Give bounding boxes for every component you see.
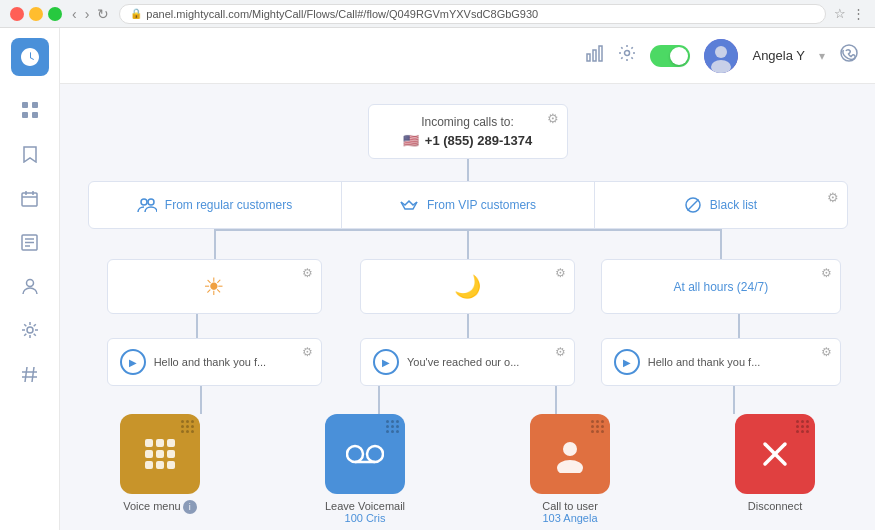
- svg-point-12: [26, 279, 33, 286]
- time-node-left-gear[interactable]: ⚙: [302, 266, 313, 280]
- svg-rect-4: [22, 193, 37, 206]
- audio-center-gear[interactable]: ⚙: [555, 345, 566, 359]
- moon-icon: 🌙: [454, 274, 481, 300]
- audio-center-text: You've reached our o...: [407, 356, 519, 368]
- browser-chrome: ‹ › ↻ 🔒 panel.mightycall.com/MightyCall/…: [0, 0, 875, 28]
- call-user-tile[interactable]: [530, 414, 610, 494]
- sidebar-item-contacts[interactable]: [12, 224, 48, 260]
- window-minimize[interactable]: [29, 7, 43, 21]
- disconnect-tile[interactable]: [735, 414, 815, 494]
- incoming-calls-node: ⚙ Incoming calls to: 🇺🇸 +1 (855) 289-137…: [368, 104, 568, 159]
- audio-right-text: Hello and thank you f...: [648, 356, 761, 368]
- audio-node-left: ⚙ ▶ Hello and thank you f...: [107, 338, 322, 386]
- voice-menu-label: Voice menui: [123, 500, 196, 514]
- category-bar: ⚙ From regular customers From VIP custom…: [88, 181, 848, 229]
- incoming-gear[interactable]: ⚙: [547, 111, 559, 126]
- tile-dots-3: [591, 420, 604, 433]
- action-voice-menu: Voice menui: [120, 414, 200, 524]
- sidebar-item-bookmarks[interactable]: [12, 136, 48, 172]
- voice-menu-icon: [145, 439, 175, 469]
- call-user-sublabel: 103 Angela: [543, 512, 598, 524]
- svg-point-30: [347, 446, 363, 462]
- window-close[interactable]: [10, 7, 24, 21]
- svg-point-23: [715, 46, 727, 58]
- svg-point-13: [27, 327, 33, 333]
- play-right[interactable]: ▶: [614, 349, 640, 375]
- time-node-center-gear[interactable]: ⚙: [555, 266, 566, 280]
- lock-icon: 🔒: [130, 8, 142, 19]
- sidebar-item-integrations[interactable]: [12, 312, 48, 348]
- svg-point-21: [625, 51, 630, 56]
- settings-icon[interactable]: [618, 44, 636, 67]
- audio-left-gear[interactable]: ⚙: [302, 345, 313, 359]
- audio-row: ⚙ ▶ Hello and thank you f... ⚙ ▶ You've …: [88, 338, 848, 386]
- time-node-left: ⚙ ☀: [107, 259, 322, 314]
- stats-icon[interactable]: [586, 44, 604, 67]
- sidebar-item-dashboard[interactable]: [12, 92, 48, 128]
- voicemail-tile[interactable]: [325, 414, 405, 494]
- category-gear[interactable]: ⚙: [827, 190, 839, 205]
- sidebar: [0, 28, 60, 530]
- tile-dots-2: [386, 420, 399, 433]
- svg-rect-18: [587, 54, 590, 61]
- back-button[interactable]: ‹: [70, 6, 79, 22]
- address-bar[interactable]: 🔒 panel.mightycall.com/MightyCall/Flows/…: [119, 4, 826, 24]
- svg-rect-19: [593, 50, 596, 61]
- cat-vip: From VIP customers: [342, 182, 595, 228]
- tile-dots-4: [796, 420, 809, 433]
- reload-button[interactable]: ↻: [95, 6, 111, 22]
- cat-blacklist-label: Black list: [710, 198, 757, 212]
- tile-dots: [181, 420, 194, 433]
- blacklist-icon: [684, 196, 702, 214]
- voice-menu-tile[interactable]: [120, 414, 200, 494]
- menu-icon[interactable]: ⋮: [852, 6, 865, 21]
- active-toggle[interactable]: [650, 45, 690, 67]
- phone-icon[interactable]: [839, 43, 859, 68]
- svg-line-29: [687, 200, 698, 211]
- chevron-icon[interactable]: ▾: [819, 49, 825, 63]
- flag-icon: 🇺🇸: [403, 133, 419, 148]
- cat-vip-label: From VIP customers: [427, 198, 536, 212]
- incoming-title: Incoming calls to:: [389, 115, 547, 129]
- app-logo[interactable]: [11, 38, 49, 76]
- sidebar-item-hashtag[interactable]: [12, 356, 48, 392]
- audio-node-right: ⚙ ▶ Hello and thank you f...: [601, 338, 841, 386]
- svg-point-33: [563, 442, 577, 456]
- regular-customers-icon: [137, 197, 157, 213]
- incoming-phone: 🇺🇸 +1 (855) 289-1374: [389, 133, 547, 148]
- sidebar-item-users[interactable]: [12, 268, 48, 304]
- user-name[interactable]: Angela Y: [752, 48, 805, 63]
- forward-button[interactable]: ›: [83, 6, 92, 22]
- svg-line-14: [25, 367, 27, 382]
- disconnect-label: Disconnect: [748, 500, 802, 512]
- action-voicemail: Leave Voicemail 100 Cris: [325, 414, 405, 524]
- svg-rect-1: [32, 102, 38, 108]
- v-connector: [467, 159, 469, 181]
- play-left[interactable]: ▶: [120, 349, 146, 375]
- cat-blacklist: Black list: [595, 182, 847, 228]
- avatar: [704, 39, 738, 73]
- sidebar-item-calendar[interactable]: [12, 180, 48, 216]
- call-user-icon: [551, 435, 589, 473]
- action-row: Voice menui: [63, 414, 873, 524]
- audio-right-gear[interactable]: ⚙: [821, 345, 832, 359]
- audio-node-center: ⚙ ▶ You've reached our o...: [360, 338, 575, 386]
- time-node-right-gear[interactable]: ⚙: [821, 266, 832, 280]
- voicemail-label: Leave Voicemail: [325, 500, 405, 512]
- flow-canvas: ⚙ Incoming calls to: 🇺🇸 +1 (855) 289-137…: [60, 84, 875, 530]
- play-center[interactable]: ▶: [373, 349, 399, 375]
- disconnect-icon: [759, 438, 791, 470]
- svg-point-31: [367, 446, 383, 462]
- svg-point-27: [148, 199, 154, 205]
- svg-point-34: [557, 460, 583, 473]
- window-maximize[interactable]: [48, 7, 62, 21]
- topbar: Angela Y ▾: [60, 28, 875, 84]
- info-icon[interactable]: i: [183, 500, 197, 514]
- svg-point-26: [141, 199, 147, 205]
- star-icon[interactable]: ☆: [834, 6, 846, 21]
- svg-rect-0: [22, 102, 28, 108]
- sun-icon: ☀: [203, 273, 225, 301]
- time-label-247: At all hours (24/7): [673, 280, 768, 294]
- time-row: ⚙ ☀ ⚙ 🌙 ⚙: [88, 259, 848, 314]
- voicemail-sublabel: 100 Cris: [345, 512, 386, 524]
